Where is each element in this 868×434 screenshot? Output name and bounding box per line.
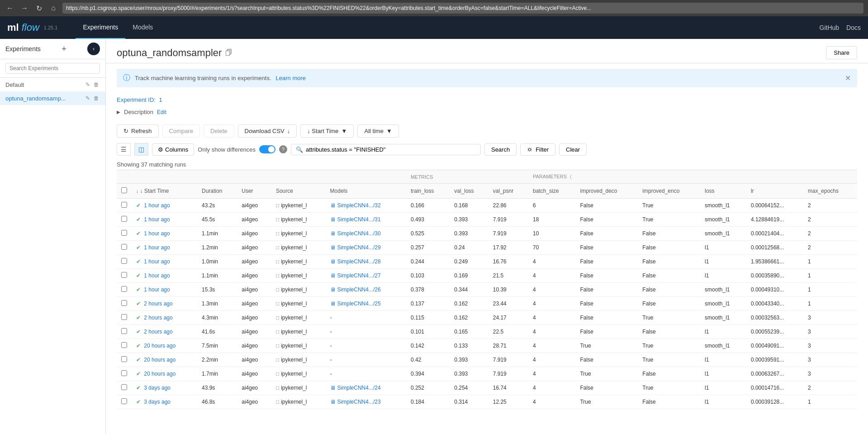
select-all-checkbox[interactable]	[121, 187, 127, 193]
delete-optuna-button[interactable]: 🗑	[93, 94, 100, 102]
copy-icon[interactable]: 🗍	[225, 49, 232, 57]
experiment-title-text: optuna_randomsampler	[117, 47, 222, 59]
user-header[interactable]: User	[237, 184, 271, 199]
row-checkbox[interactable]	[121, 244, 127, 250]
row-start-time[interactable]: ✔ 20 hours ago	[132, 367, 197, 381]
row-model[interactable]: 🖥SimpleCNN4.../27	[326, 269, 406, 283]
row-checkbox[interactable]	[121, 342, 127, 348]
delete-button[interactable]: Delete	[204, 124, 234, 138]
compare-button[interactable]: Compare	[162, 124, 200, 138]
source-header[interactable]: Source	[271, 184, 326, 199]
search-experiments-input[interactable]	[5, 63, 100, 74]
row-model[interactable]: 🖥SimpleCNN4.../24	[326, 381, 406, 395]
row-start-time[interactable]: ✔ 2 hours ago	[132, 297, 197, 311]
max-epochs-header[interactable]: max_epochs	[803, 184, 857, 199]
download-csv-button[interactable]: Download CSV ↓	[238, 124, 297, 138]
delete-default-button[interactable]: 🗑	[93, 81, 100, 89]
row-start-time[interactable]: ✔ 20 hours ago	[132, 339, 197, 353]
nav-tab-experiments[interactable]: Experiments	[76, 16, 125, 39]
list-view-button[interactable]: ☰	[117, 143, 131, 156]
nav-tab-models[interactable]: Models	[125, 16, 160, 39]
improved-enco-header[interactable]: improved_enco	[638, 184, 700, 199]
row-checkbox[interactable]	[121, 370, 127, 376]
row-model[interactable]: 🖥SimpleCNN4.../32	[326, 199, 406, 213]
filter-button[interactable]: ⛭ Filter	[520, 143, 555, 156]
reload-button[interactable]: ↻	[33, 3, 44, 14]
url-bar[interactable]	[62, 3, 863, 14]
row-start-time[interactable]: ✔ 1 hour ago	[132, 269, 197, 283]
row-checkbox[interactable]	[121, 314, 127, 320]
row-checkbox[interactable]	[121, 216, 127, 222]
row-start-time[interactable]: ✔ 1 hour ago	[132, 255, 197, 269]
share-button[interactable]: Share	[826, 46, 857, 59]
expand-icon[interactable]: ▶	[117, 110, 120, 114]
search-button[interactable]: Search	[484, 143, 517, 156]
row-checkbox[interactable]	[121, 258, 127, 264]
row-start-time[interactable]: ✔ 3 days ago	[132, 395, 197, 409]
improved-deco-header[interactable]: improved_deco	[575, 184, 638, 199]
grid-view-button[interactable]: ◫	[134, 143, 148, 156]
home-button[interactable]: ⌂	[48, 3, 59, 14]
val-loss-header[interactable]: val_loss	[450, 184, 489, 199]
row-start-time[interactable]: ✔ 1 hour ago	[132, 213, 197, 227]
row-start-time[interactable]: ✔ 1 hour ago	[132, 241, 197, 255]
start-time-header[interactable]: ↓ ↓ Start Time	[132, 184, 197, 199]
val-psnr-header[interactable]: val_psnr	[489, 184, 528, 199]
row-model[interactable]: 🖥SimpleCNN4.../25	[326, 297, 406, 311]
add-experiment-button[interactable]: +	[58, 43, 69, 54]
info-close-button[interactable]: ✕	[845, 74, 851, 82]
forward-button[interactable]: →	[19, 3, 30, 14]
row-train-loss: 0.525	[406, 227, 450, 241]
edit-default-button[interactable]: ✎	[85, 81, 91, 89]
row-start-time[interactable]: ✔ 2 hours ago	[132, 325, 197, 339]
row-checkbox[interactable]	[121, 356, 127, 362]
batch-size-header[interactable]: batch_size	[528, 184, 575, 199]
duration-header[interactable]: Duration	[197, 184, 237, 199]
row-model[interactable]: 🖥SimpleCNN4.../28	[326, 255, 406, 269]
row-checkbox[interactable]	[121, 328, 127, 334]
row-max-epochs: 2	[803, 199, 857, 213]
edit-optuna-button[interactable]: ✎	[85, 94, 91, 102]
all-time-button[interactable]: All time ▼	[357, 124, 399, 138]
row-checkbox[interactable]	[121, 202, 127, 208]
row-start-time[interactable]: ✔ 2 hours ago	[132, 311, 197, 325]
row-checkbox[interactable]	[121, 384, 127, 390]
learn-more-link[interactable]: Learn more	[276, 75, 306, 81]
models-header[interactable]: Models	[326, 184, 406, 199]
loss-header[interactable]: loss	[700, 184, 746, 199]
collapse-sidebar-button[interactable]: ‹	[87, 43, 100, 55]
github-link[interactable]: GitHub	[820, 24, 840, 31]
start-time-button[interactable]: ↓ Start Time ▼	[300, 124, 354, 138]
row-checkbox[interactable]	[121, 398, 127, 404]
only-diff-toggle[interactable]	[259, 145, 275, 153]
row-checkbox[interactable]	[121, 286, 127, 292]
row-start-time[interactable]: ✔ 1 hour ago	[132, 199, 197, 213]
clear-button[interactable]: Clear	[559, 143, 587, 156]
row-model[interactable]: 🖥SimpleCNN4.../31	[326, 213, 406, 227]
sidebar-item-optuna[interactable]: optuna_randomsamp... ✎ 🗑	[0, 91, 105, 105]
help-icon[interactable]: ?	[279, 145, 287, 153]
row-model[interactable]: 🖥SimpleCNN4.../23	[326, 395, 406, 409]
refresh-button[interactable]: ↻ Refresh	[117, 124, 159, 138]
row-model[interactable]: 🖥SimpleCNN4.../30	[326, 227, 406, 241]
train-loss-header[interactable]: train_loss	[406, 184, 450, 199]
columns-button[interactable]: ⚙ Columns	[152, 143, 194, 156]
row-model[interactable]: 🖥SimpleCNN4.../26	[326, 283, 406, 297]
row-checkbox[interactable]	[121, 230, 127, 236]
sidebar-item-default[interactable]: Default ✎ 🗑	[0, 78, 105, 91]
params-group-header: Parameters 〈	[528, 170, 857, 184]
back-button[interactable]: ←	[5, 3, 15, 14]
row-checkbox[interactable]	[121, 272, 127, 278]
docs-link[interactable]: Docs	[846, 24, 861, 31]
row-start-time[interactable]: ✔ 1 hour ago	[132, 283, 197, 297]
row-checkbox[interactable]	[121, 300, 127, 306]
row-start-time[interactable]: ✔ 20 hours ago	[132, 353, 197, 367]
row-start-time[interactable]: ✔ 3 days ago	[132, 381, 197, 395]
row-start-time[interactable]: ✔ 1 hour ago	[132, 227, 197, 241]
search-input[interactable]	[306, 146, 476, 153]
params-expand-icon[interactable]: 〈	[570, 174, 572, 179]
row-model[interactable]: 🖥SimpleCNN4.../29	[326, 241, 406, 255]
edit-description-link[interactable]: Edit	[157, 109, 166, 115]
delete-label: Delete	[210, 128, 228, 134]
lr-header[interactable]: lr	[746, 184, 803, 199]
